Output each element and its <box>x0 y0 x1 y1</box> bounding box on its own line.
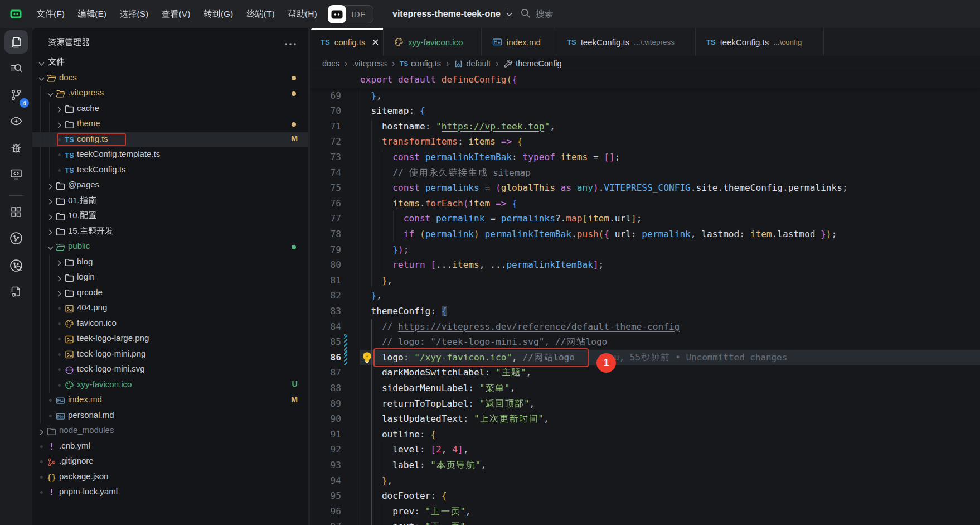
line-number: 74 <box>310 165 341 181</box>
tree-item-teek-logo-large.png[interactable]: teek-logo-large.png <box>32 331 308 347</box>
token-p: : <box>420 429 430 440</box>
tab-teekConfig.ts-3[interactable]: TSteekConfig.ts...\.vitepress <box>556 28 696 56</box>
gitfile-icon <box>47 457 56 467</box>
tree-item-teekConfig.ts[interactable]: TSteekConfig.ts <box>32 163 308 179</box>
tree-item-15.主题开发[interactable]: 15. <box>32 224 308 240</box>
menu-terminal[interactable]: (T) <box>246 9 275 19</box>
breadcrumb-docs[interactable]: docs <box>322 59 339 68</box>
tab-teekConfig.ts-4[interactable]: TSteekConfig.ts...\config <box>696 28 824 56</box>
activity-live-preview[interactable] <box>4 162 28 186</box>
token-p <box>496 136 501 147</box>
activity-code-settings[interactable] <box>4 280 28 304</box>
close-icon[interactable] <box>371 38 380 46</box>
tree-item-xyy-favicon.ico[interactable]: xyy-favicon.icoU <box>32 378 308 393</box>
tree-item-login[interactable]: login <box>32 270 308 286</box>
more-actions-icon[interactable] <box>284 38 297 48</box>
app-logo-icon[interactable] <box>9 8 22 20</box>
cjk-glyph <box>509 414 519 423</box>
tree-item-public[interactable]: public <box>32 239 308 255</box>
tree-item-teek-logo-mini.png[interactable]: teek-logo-mini.png <box>32 347 308 363</box>
code-line-text: label: "", <box>360 457 486 473</box>
code-editor[interactable]: 69 },70 sitemap: {71 hostname: "https://… <box>310 71 980 525</box>
tree-item-label: docs <box>59 73 77 82</box>
tree-item-.gitignore[interactable]: .gitignore <box>32 454 308 470</box>
activity-extensions[interactable] <box>4 200 28 224</box>
token-kw: => <box>496 198 506 209</box>
menu-view[interactable]: (V) <box>162 9 191 19</box>
tree-item-teek-logo-mini.svg[interactable]: teek-logo-mini.svg <box>32 362 308 378</box>
tree-item-01.指南[interactable]: 01. <box>32 194 308 209</box>
breadcrumb-.vitepress[interactable]: .vitepress <box>352 59 387 68</box>
tree-item-.cnb.yml[interactable]: !.cnb.yml <box>32 439 308 455</box>
tree-item-label: teekConfig.template.ts <box>77 149 160 158</box>
cjk-glyph <box>511 368 521 377</box>
tree-item-10.配置[interactable]: 10. <box>32 209 308 224</box>
menu-edit[interactable]: (E) <box>77 9 106 19</box>
tab-index.md[interactable]: index.md <box>482 28 556 56</box>
tree-item-@pages[interactable]: @pages <box>32 178 308 194</box>
lightbulb-icon[interactable] <box>361 351 372 364</box>
code-line-text: level: [2, 4], <box>360 442 468 457</box>
tree-item-.vitepress[interactable]: .vitepress <box>32 86 308 102</box>
menu-help[interactable]: (H) <box>288 9 317 19</box>
activity-debug[interactable] <box>4 136 28 160</box>
activity-source-control[interactable]: 4 <box>4 83 28 107</box>
tree-item-docs[interactable]: docs <box>32 71 308 86</box>
token-key: lastUpdatedText <box>382 413 463 424</box>
menu-selection[interactable]: (S) <box>120 9 149 19</box>
breadcrumb-config.ts[interactable]: TSconfig.ts <box>400 59 441 68</box>
global-search-button[interactable] <box>521 0 553 28</box>
breadcrumb-themeConfig[interactable]: themeConfig <box>503 59 561 69</box>
activity-explorer[interactable] <box>4 30 28 54</box>
tree-section-文件[interactable] <box>32 55 308 71</box>
cjk-glyph <box>485 383 495 392</box>
cjk-glyph <box>128 9 137 18</box>
ide-mode-badge[interactable]: IDE <box>328 5 373 23</box>
code-line-text: sidebarMenuLabel: "", <box>360 380 515 396</box>
breadcrumb-default[interactable]: default <box>454 59 491 69</box>
tree-item-label <box>48 57 65 66</box>
tree-item-404.png[interactable]: 404.png <box>32 301 308 316</box>
project-title-dropdown[interactable]: vitepress-theme-teek-one <box>392 0 512 28</box>
activity-branch-search[interactable] <box>4 254 28 277</box>
token-str: "" <box>425 506 465 517</box>
token-key: next <box>392 521 414 525</box>
tree-item-theme[interactable]: theme <box>32 117 308 132</box>
tab-config.ts[interactable]: TSconfig.ts <box>310 28 384 56</box>
token-p <box>490 198 496 209</box>
tree-item-qrcode[interactable]: qrcode <box>32 286 308 301</box>
tree-item-personal.md[interactable]: personal.md <box>32 408 308 424</box>
tab-xyy-favicon.ico[interactable]: xyy-favicon.ico <box>384 28 482 56</box>
tree-item-index.md[interactable]: index.mdM <box>32 393 308 408</box>
tree-item-config.ts[interactable]: TSconfig.tsM <box>32 132 308 148</box>
token-key: darkModeSwitchLabel <box>382 367 485 378</box>
cjk-glyph <box>409 168 419 177</box>
activity-search[interactable] <box>4 56 28 80</box>
menu-label <box>203 9 221 18</box>
ide-badge-icon <box>328 5 346 23</box>
tree-item-blog[interactable]: blog <box>32 255 308 271</box>
search-icon <box>9 61 23 75</box>
token-wh: url <box>615 213 631 224</box>
tree-item-favicon.ico[interactable]: favicon.ico <box>32 316 308 332</box>
cjk-glyph <box>660 353 670 362</box>
menu-mnemonic: (F) <box>54 9 65 18</box>
token-p <box>360 336 382 347</box>
activity-branch-graph[interactable] <box>4 227 28 250</box>
code-line-72: 72 transformItems: items => { <box>310 134 980 150</box>
file-bullet <box>58 368 61 371</box>
code-line-text: }, <box>360 273 392 288</box>
tree-item-teekConfig.template.ts[interactable]: TSteekConfig.template.ts <box>32 147 308 163</box>
code-line-text: items.forEach(item => { <box>360 196 517 211</box>
tree-item-package.json[interactable]: {}package.json <box>32 470 308 485</box>
tree-item-cache[interactable]: cache <box>32 102 308 117</box>
menu-file[interactable]: (F) <box>36 9 65 19</box>
token-par: item <box>588 213 609 224</box>
tree-item-pnpm-lock.yaml[interactable]: !pnpm-lock.yaml <box>32 485 308 500</box>
activity-watch[interactable] <box>4 109 28 133</box>
code-line-88: 88 sidebarMenuLabel: "", <box>310 380 980 396</box>
line-number: 73 <box>310 150 341 165</box>
token-kw: export <box>360 74 392 85</box>
tree-item-node_modules[interactable]: node_modules <box>32 423 308 439</box>
menu-go[interactable]: (G) <box>203 9 233 19</box>
